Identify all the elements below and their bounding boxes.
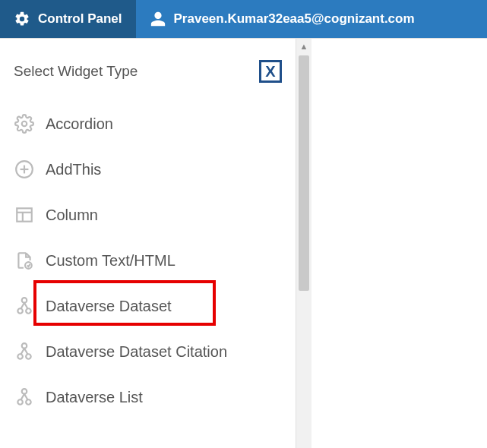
svg-line-11 (21, 303, 24, 309)
scrollbar[interactable]: ▲ (296, 39, 311, 448)
user-icon (150, 11, 166, 27)
close-icon: X (265, 63, 275, 80)
main-area: Select Widget Type X Accordion AddThis (0, 38, 487, 448)
svg-point-18 (22, 389, 27, 394)
content-area (311, 39, 487, 448)
svg-line-16 (21, 349, 24, 355)
widget-label: Custom Text/HTML (46, 252, 176, 270)
svg-line-21 (21, 394, 24, 400)
svg-point-9 (17, 308, 22, 314)
widget-item-addthis[interactable]: AddThis (0, 147, 296, 192)
widget-panel: Select Widget Type X Accordion AddThis (0, 39, 296, 448)
svg-point-13 (22, 343, 27, 349)
svg-line-22 (24, 394, 27, 400)
widget-item-column[interactable]: Column (0, 192, 296, 238)
nodes-icon (14, 386, 35, 408)
gear-icon (14, 11, 30, 27)
nodes-icon (14, 295, 35, 317)
svg-point-14 (17, 354, 22, 359)
widget-label: Accordion (46, 115, 113, 133)
scroll-up-icon[interactable]: ▲ (296, 39, 311, 54)
svg-point-20 (26, 399, 30, 405)
widget-label: Dataverse List (46, 389, 143, 406)
widget-list: Accordion AddThis Column Custom Text/HTM… (0, 101, 296, 420)
widget-label: Column (46, 207, 98, 224)
widget-item-dataverse-dataset-citation[interactable]: Dataverse Dataset Citation (0, 329, 296, 374)
panel-header: Select Widget Type X (0, 45, 296, 90)
svg-point-19 (17, 399, 22, 405)
control-panel-label: Control Panel (38, 11, 122, 27)
topbar: Control Panel Praveen.Kumar32eaa5@cogniz… (0, 0, 487, 38)
widget-label: Dataverse Dataset Citation (46, 343, 227, 361)
user-menu[interactable]: Praveen.Kumar32eaa5@cognizant.com (136, 0, 428, 38)
scroll-thumb[interactable] (299, 55, 309, 291)
widget-item-dataverse-list[interactable]: Dataverse List (0, 374, 296, 420)
widget-label: AddThis (46, 161, 101, 178)
user-email-label: Praveen.Kumar32eaa5@cognizant.com (174, 11, 415, 27)
svg-line-12 (24, 303, 27, 309)
svg-point-15 (26, 354, 30, 359)
svg-rect-4 (17, 208, 32, 221)
svg-point-0 (22, 121, 27, 127)
svg-point-8 (22, 298, 27, 303)
widget-item-custom-text-html[interactable]: Custom Text/HTML (0, 238, 296, 283)
svg-point-10 (26, 308, 30, 314)
nodes-icon (14, 341, 35, 362)
plus-circle-icon (14, 159, 35, 180)
panel-title: Select Widget Type (14, 63, 138, 80)
document-check-icon (14, 250, 35, 271)
close-button[interactable]: X (259, 60, 282, 83)
widget-item-dataverse-dataset[interactable]: Dataverse Dataset (0, 283, 296, 329)
svg-line-17 (24, 349, 27, 355)
widget-label: Dataverse Dataset (46, 298, 172, 315)
gear-outline-icon (14, 113, 35, 134)
control-panel-tab[interactable]: Control Panel (0, 0, 136, 38)
layout-icon (14, 204, 35, 226)
widget-item-accordion[interactable]: Accordion (0, 101, 296, 147)
